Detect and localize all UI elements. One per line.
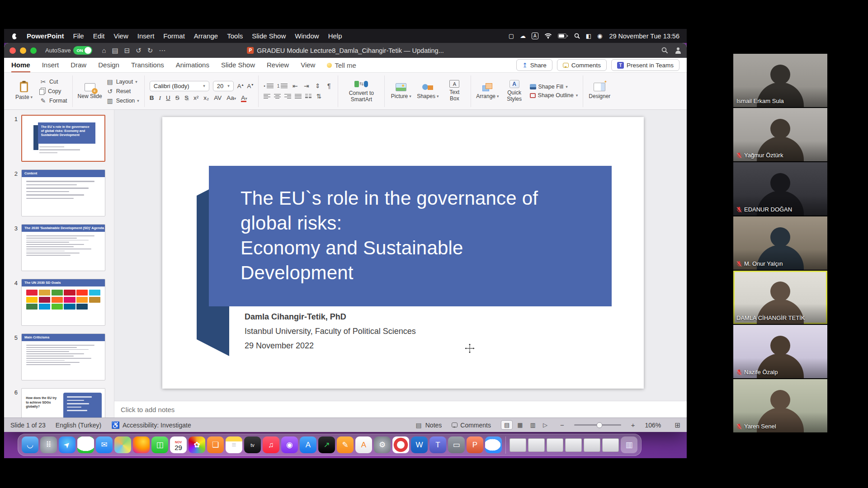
increase-font-size-button[interactable]: A▴	[237, 83, 244, 89]
align-text-button[interactable]: ⇅	[315, 93, 323, 100]
remote-desktop-icon[interactable]: ▭	[448, 436, 465, 453]
tab-transitions[interactable]: Transitions	[131, 58, 164, 72]
participant-tile[interactable]: Nazife Özalp	[733, 325, 827, 378]
text-box-button[interactable]: A Text Box	[443, 80, 466, 102]
menu-tools[interactable]: Tools	[227, 32, 243, 40]
tab-home[interactable]: Home	[11, 58, 30, 72]
picture-button[interactable]: Picture▾	[390, 83, 412, 99]
word-icon[interactable]: W	[411, 436, 428, 453]
fullscreen-button[interactable]	[30, 47, 37, 54]
tab-review[interactable]: Review	[267, 58, 289, 72]
books-icon[interactable]: ❏	[207, 436, 224, 453]
zoom-slider-knob[interactable]	[596, 422, 602, 428]
tab-draw[interactable]: Draw	[71, 58, 86, 72]
italic-button[interactable]: I	[159, 94, 161, 102]
undo-icon[interactable]: ↺	[136, 47, 142, 55]
participant-tile[interactable]: M. Onur Yalçın	[733, 216, 827, 270]
participant-tile[interactable]: EDANUR DOĞAN	[733, 162, 827, 216]
strikethrough-button[interactable]: S	[175, 94, 179, 101]
line-spacing-button[interactable]: ⇕	[314, 82, 321, 89]
menu-insert[interactable]: Insert	[137, 32, 155, 40]
spotlight-icon[interactable]	[574, 33, 580, 39]
menu-help[interactable]: Help	[328, 32, 342, 40]
character-spacing-button[interactable]: AV	[214, 94, 222, 101]
battery-icon[interactable]	[558, 33, 568, 38]
slide-sorter-view-button[interactable]: ▦	[514, 421, 525, 429]
minimized-window[interactable]	[584, 438, 600, 452]
decrease-font-size-button[interactable]: A▾	[247, 83, 254, 89]
menu-format[interactable]: Format	[163, 32, 185, 40]
slide-thumbnail-1[interactable]: The EU`s role in the governance of globa…	[21, 115, 105, 162]
menu-edit[interactable]: Edit	[93, 32, 105, 40]
new-slide-button[interactable]: New Slide	[78, 83, 102, 99]
fit-slide-to-window-button[interactable]: ⊞	[675, 421, 680, 429]
close-button[interactable]	[9, 47, 16, 54]
shape-fill-button[interactable]: Shape Fill▾	[530, 84, 578, 90]
minimized-window[interactable]	[509, 438, 526, 452]
slide-thumbnail-6[interactable]: How does the EU try to achieve SDGs glob…	[21, 388, 105, 418]
powerpoint-icon[interactable]: P	[467, 436, 483, 453]
slide-title-box[interactable]: The EU`s role in the governance of globa…	[209, 166, 612, 306]
tell-me-button[interactable]: Tell me	[327, 61, 356, 69]
increase-indent-button[interactable]: ⇥	[302, 82, 310, 89]
align-right-button[interactable]	[284, 94, 291, 99]
minimized-window[interactable]	[565, 438, 582, 452]
menu-view[interactable]: View	[114, 32, 128, 40]
minimized-window[interactable]	[528, 438, 545, 452]
cloud-icon[interactable]: ☁	[520, 33, 526, 39]
tv-icon[interactable]: tv	[244, 436, 261, 453]
share-button[interactable]: ↥ Share	[516, 59, 552, 71]
calendar-icon[interactable]: NOV29	[170, 436, 187, 453]
participant-tile[interactable]: Ismail Erkam Sula	[733, 54, 827, 107]
participant-tile[interactable]: Yağmur Öztürk	[733, 108, 827, 161]
shape-outline-button[interactable]: Shape Outline▾	[530, 92, 578, 99]
slide-thumbnail-3[interactable]: The 2030 'Sustainable Development (SD)' …	[21, 224, 105, 271]
slide-thumbnail-5[interactable]: Main Criticisms	[21, 333, 105, 380]
account-icon[interactable]	[675, 47, 681, 54]
control-center-icon[interactable]: ◧	[586, 33, 591, 39]
bold-button[interactable]: B	[150, 94, 154, 101]
stocks-icon[interactable]: ↗	[318, 436, 335, 453]
record-app-icon[interactable]	[392, 436, 409, 453]
more-commands-icon[interactable]: ⋯	[159, 47, 165, 55]
decrease-indent-button[interactable]: ⇤	[291, 82, 299, 89]
comments-toggle[interactable]: Comments	[452, 422, 491, 429]
notes-app-icon[interactable]: ≡	[226, 436, 242, 453]
siri-icon[interactable]: ◉	[597, 33, 602, 39]
text-shadow-button[interactable]: S	[184, 94, 189, 101]
tab-design[interactable]: Design	[98, 58, 119, 72]
slideshow-button[interactable]: ▷	[540, 421, 550, 429]
zoom-slider[interactable]	[574, 424, 621, 426]
menubar-clock[interactable]: 29 November Tue 13:56	[609, 33, 679, 40]
zoom-icon[interactable]	[485, 436, 502, 453]
participant-tile[interactable]: DAMLA CİHANGİR TETİK	[733, 271, 827, 324]
teams-icon[interactable]: T	[429, 436, 446, 453]
notes-toggle[interactable]: ▤Notes	[415, 422, 442, 429]
align-center-button[interactable]	[274, 94, 281, 99]
arrange-button[interactable]: Arrange▾	[476, 83, 499, 99]
settings-icon[interactable]: ⚙	[374, 436, 391, 453]
zoom-percentage[interactable]: 106%	[645, 422, 665, 429]
format-painter-button[interactable]: ✎Format	[39, 97, 67, 104]
menubar-app-name[interactable]: PowerPoint	[27, 32, 64, 40]
search-icon[interactable]	[661, 47, 668, 54]
zoom-in-button[interactable]: +	[631, 421, 635, 429]
messages-icon[interactable]	[77, 436, 94, 453]
minimized-window[interactable]	[602, 438, 619, 452]
layout-button[interactable]: ▤Layout▾	[106, 78, 139, 85]
print-icon[interactable]: ⊟	[124, 47, 130, 55]
display-icon[interactable]: ▢	[509, 33, 514, 39]
app-store-icon[interactable]: A	[300, 436, 316, 453]
convert-to-smartart-button[interactable]: ⇆ Convert to SmartArt	[343, 80, 379, 103]
text-direction-button[interactable]: ¶	[325, 82, 333, 89]
align-left-button[interactable]	[264, 94, 270, 99]
music-icon[interactable]: ♫	[263, 436, 279, 453]
slide-thumbnail-2[interactable]: Content	[21, 169, 105, 216]
pencil-app-icon[interactable]: ✎	[337, 436, 354, 453]
shapes-button[interactable]: Shapes▾	[416, 83, 439, 99]
tab-insert[interactable]: Insert	[42, 58, 59, 72]
font-name-select[interactable]: Calibri (Body)▾	[150, 81, 209, 91]
quick-styles-button[interactable]: A Quick Styles	[503, 80, 526, 103]
apple-menu-icon[interactable]	[11, 33, 18, 39]
autosave-toggle[interactable]: ON	[73, 46, 92, 55]
